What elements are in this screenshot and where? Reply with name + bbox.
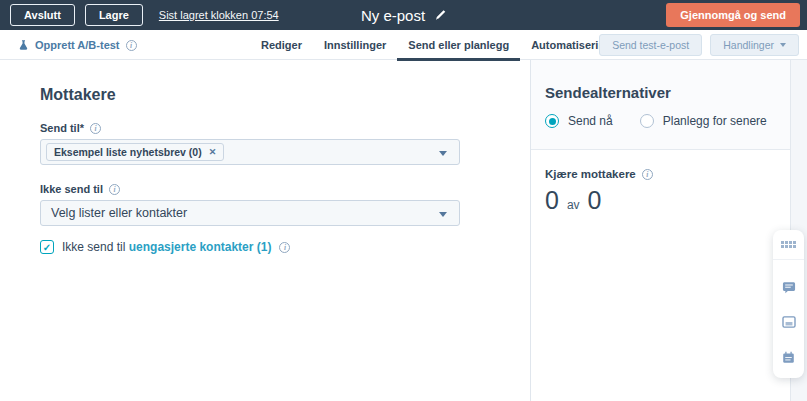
send-timing-radios: Send nå Planlegg for senere [545,114,767,128]
dont-send-select[interactable]: Velg lister eller kontakter [40,200,460,226]
send-options-top-section [531,60,790,150]
unengaged-info-icon[interactable]: i [279,242,290,253]
chevron-down-icon [780,43,786,47]
dropdown-caret-icon [439,151,447,156]
email-title-wrap: Ny e-post [361,0,446,30]
window-preview-icon[interactable] [780,314,798,330]
ab-test-info-icon[interactable]: i [126,40,137,51]
review-and-send-button[interactable]: Gjennomgå og send [666,3,800,27]
unengaged-text: Ikke send til [62,240,125,254]
recipient-count-current: 0 [545,186,559,215]
schedule-later-radio[interactable] [640,114,654,128]
dropdown-caret-icon [439,212,447,217]
recipients-heading: Mottakere [40,86,490,104]
recipient-count-separator: av [567,198,580,212]
send-test-email-button[interactable]: Send test-e-post [599,34,702,56]
create-ab-test-label: Opprett A/B-test [35,39,120,51]
actions-dropdown-label: Handlinger [723,39,774,51]
dont-send-info-icon[interactable]: i [109,184,120,195]
send-options-heading: Sendealternativer [545,84,671,101]
send-now-label: Send nå [568,114,613,128]
unengaged-checkbox-text: Ikke send til uengasjerte kontakter (1) [62,240,271,254]
top-bar: Avslutt Lagre Sist lagret klokken 07:54 … [0,0,807,30]
dont-send-label-row: Ikke send til i [40,183,490,195]
tab-send-eller-planlegg[interactable]: Send eller planlegg [397,30,520,60]
dear-recipients-row: Kjære mottakere i [545,168,653,180]
recipient-counts: 0 av 0 [545,186,602,215]
send-to-label: Send til* [40,122,84,134]
send-to-multiselect[interactable]: Eksempel liste nyhetsbrev (0) ✕ [40,139,460,165]
dear-recipients-label: Kjære mottakere [545,168,636,180]
recipients-section: Mottakere Send til* i Eksempel liste nyh… [40,60,490,254]
last-saved-link[interactable]: Sist lagret klokken 07:54 [159,9,279,21]
dear-recipients-info-icon[interactable]: i [642,169,653,180]
exit-button[interactable]: Avslutt [10,4,75,26]
send-options-panel: Sendealternativer Send nå Planlegg for s… [531,60,790,401]
send-to-label-row: Send til* i [40,122,490,134]
comments-icon[interactable] [780,279,798,295]
edit-title-pencil-icon[interactable] [434,9,446,21]
recipient-list-tag[interactable]: Eksempel liste nyhetsbrev (0) ✕ [46,143,224,161]
recipient-count-total: 0 [588,186,602,215]
tab-rediger[interactable]: Rediger [250,30,313,60]
flask-icon [18,39,29,51]
unengaged-contacts-link[interactable]: uengasjerte kontakter (1) [129,240,272,254]
dont-send-label: Ikke send til [40,183,103,195]
actions-dropdown-button[interactable]: Handlinger [710,34,799,56]
editor-tabs: Rediger Innstillinger Send eller planleg… [250,30,623,60]
email-title: Ny e-post [361,7,425,24]
schedule-later-label: Planlegg for senere [663,114,767,128]
remove-tag-icon[interactable]: ✕ [209,147,217,157]
sub-header-actions: Send test-e-post Handlinger [599,34,799,56]
create-ab-test-link[interactable]: Opprett A/B-test i [18,30,137,60]
calendar-icon[interactable] [780,349,798,365]
save-button[interactable]: Lagre [85,4,143,26]
unengaged-checkbox-row: ✓ Ikke send til uengasjerte kontakter (1… [40,240,490,254]
dont-send-placeholder: Velg lister eller kontakter [41,206,187,220]
send-now-radio[interactable] [545,114,559,128]
floating-side-toolbar [773,230,804,378]
send-to-info-icon[interactable]: i [90,123,101,134]
unengaged-checkbox[interactable]: ✓ [40,240,54,254]
recipient-list-tag-label: Eksempel liste nyhetsbrev (0) [54,146,202,158]
drag-grid-icon[interactable] [773,230,804,260]
tab-innstillinger[interactable]: Innstillinger [313,30,397,60]
sub-header: Opprett A/B-test i Rediger Innstillinger… [0,30,807,60]
